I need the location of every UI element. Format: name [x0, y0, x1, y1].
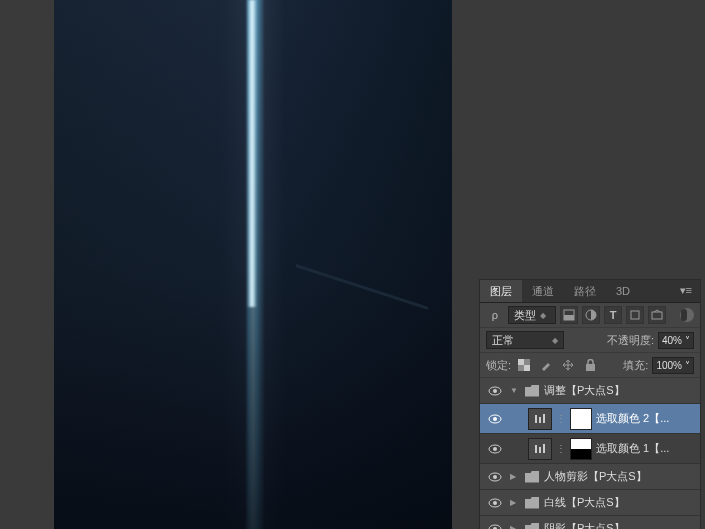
layer-name: 选取颜色 2【...	[596, 411, 696, 426]
layer-group[interactable]: ▶ 白线【P大点S】	[480, 490, 700, 516]
visibility-toggle[interactable]	[484, 524, 506, 530]
lock-row: 锁定: 填充: 100% ˅	[480, 353, 700, 378]
svg-rect-1	[564, 315, 574, 320]
svg-rect-8	[586, 364, 595, 371]
tab-layers[interactable]: 图层	[480, 280, 522, 302]
tab-channels[interactable]: 通道	[522, 280, 564, 302]
lock-transparency-icon[interactable]	[515, 356, 533, 374]
filter-pixel-icon[interactable]	[560, 306, 578, 324]
svg-rect-6	[518, 359, 524, 365]
svg-point-12	[493, 417, 497, 421]
svg-point-22	[493, 475, 497, 479]
visibility-toggle[interactable]	[484, 472, 506, 482]
filter-adjust-icon[interactable]	[582, 306, 600, 324]
svg-point-10	[493, 389, 497, 393]
svg-rect-7	[524, 365, 530, 371]
adjustment-thumb[interactable]	[528, 408, 552, 430]
folder-icon	[524, 496, 540, 510]
filter-type-select[interactable]: 类型 ◆	[508, 306, 556, 324]
fill-value: 100%	[656, 360, 682, 371]
layers-panel: 图层 通道 路径 3D ▾≡ ρ 类型 ◆ T 正常 ◆ 不透明度: 40% ˅…	[479, 279, 701, 529]
visibility-toggle[interactable]	[484, 414, 506, 424]
layer-item[interactable]: ⋮ 选取颜色 1【...	[480, 434, 700, 464]
folder-icon	[524, 522, 540, 530]
twirl-right-icon[interactable]: ▶	[510, 472, 520, 481]
search-icon: ρ	[486, 306, 504, 324]
link-icon[interactable]: ⋮	[556, 443, 566, 454]
filter-type-icon[interactable]: T	[604, 306, 622, 324]
filter-toggle[interactable]	[680, 308, 694, 322]
blend-mode-value: 正常	[492, 333, 514, 348]
image-detail	[295, 264, 428, 310]
filter-smart-icon[interactable]	[648, 306, 666, 324]
svg-rect-13	[535, 415, 537, 423]
twirl-down-icon[interactable]: ▼	[510, 386, 520, 395]
fill-input[interactable]: 100% ˅	[652, 357, 694, 374]
svg-point-17	[493, 447, 497, 451]
adjustment-thumb[interactable]	[528, 438, 552, 460]
layer-name: 选取颜色 1【...	[596, 441, 696, 456]
opacity-input[interactable]: 40% ˅	[658, 332, 694, 349]
mask-thumb[interactable]	[570, 408, 592, 430]
layer-group[interactable]: ▶ 阴影【P大点S】	[480, 516, 700, 529]
svg-rect-18	[535, 445, 537, 453]
blend-mode-select[interactable]: 正常 ◆	[486, 331, 564, 349]
lock-all-icon[interactable]	[581, 356, 599, 374]
lock-move-icon[interactable]	[559, 356, 577, 374]
folder-icon	[524, 384, 540, 398]
chevron-down-icon: ˅	[685, 360, 690, 371]
layer-name: 调整【P大点S】	[544, 383, 696, 398]
chevron-down-icon: ◆	[540, 311, 546, 320]
tab-paths[interactable]: 路径	[564, 280, 606, 302]
layer-filter-row: ρ 类型 ◆ T	[480, 303, 700, 328]
layer-name: 人物剪影【P大点S】	[544, 469, 696, 484]
svg-rect-19	[539, 447, 541, 453]
svg-rect-4	[652, 312, 662, 319]
lock-label: 锁定:	[486, 358, 511, 373]
layer-item[interactable]: ⋮ 选取颜色 2【...	[480, 404, 700, 434]
chevron-down-icon: ˅	[685, 335, 690, 346]
svg-rect-15	[543, 414, 545, 423]
folder-icon	[524, 470, 540, 484]
fill-label: 填充:	[623, 358, 648, 373]
visibility-toggle[interactable]	[484, 498, 506, 508]
opacity-label: 不透明度:	[607, 333, 654, 348]
svg-point-24	[493, 501, 497, 505]
svg-rect-3	[631, 311, 639, 319]
svg-rect-20	[543, 444, 545, 453]
tab-3d[interactable]: 3D	[606, 280, 640, 302]
layer-group[interactable]: ▼ 调整【P大点S】	[480, 378, 700, 404]
layer-group[interactable]: ▶ 人物剪影【P大点S】	[480, 464, 700, 490]
lock-paint-icon[interactable]	[537, 356, 555, 374]
layer-name: 白线【P大点S】	[544, 495, 696, 510]
link-icon[interactable]: ⋮	[556, 413, 566, 424]
panel-menu-icon[interactable]: ▾≡	[672, 280, 700, 302]
canvas-viewport[interactable]	[54, 0, 452, 529]
filter-shape-icon[interactable]	[626, 306, 644, 324]
twirl-right-icon[interactable]: ▶	[510, 498, 520, 507]
twirl-right-icon[interactable]: ▶	[510, 524, 520, 529]
layers-list: ▼ 调整【P大点S】 ⋮ 选取颜色 2【... ⋮ 选取颜色 1【... ▶ 人…	[480, 378, 700, 529]
visibility-toggle[interactable]	[484, 444, 506, 454]
blend-row: 正常 ◆ 不透明度: 40% ˅	[480, 328, 700, 353]
panel-tabs: 图层 通道 路径 3D ▾≡	[480, 280, 700, 303]
opacity-value: 40%	[662, 335, 682, 346]
visibility-toggle[interactable]	[484, 386, 506, 396]
filter-label: 类型	[514, 308, 536, 323]
chevron-down-icon: ◆	[552, 336, 558, 345]
layer-name: 阴影【P大点S】	[544, 521, 696, 529]
mask-thumb[interactable]	[570, 438, 592, 460]
svg-rect-14	[539, 417, 541, 423]
document-image	[54, 0, 452, 529]
